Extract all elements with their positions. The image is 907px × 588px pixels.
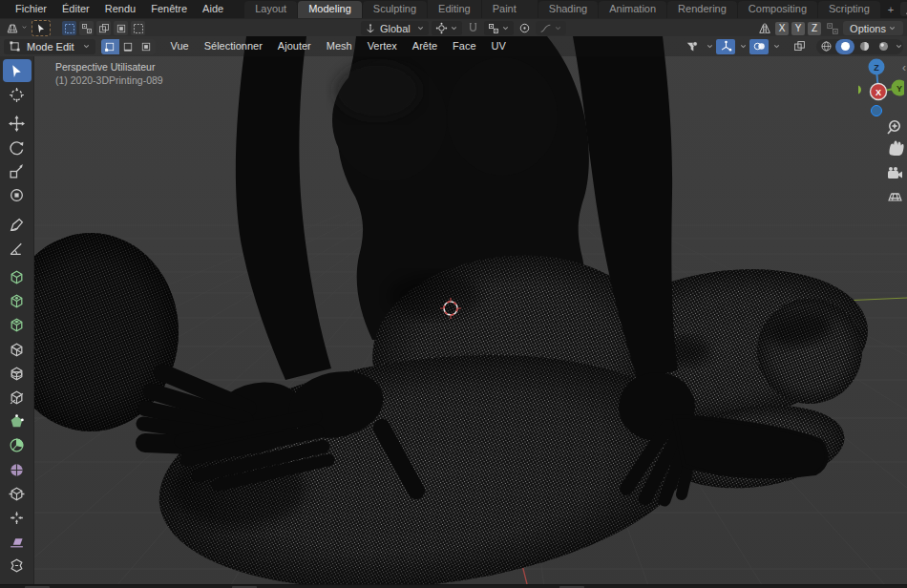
select-extend-icon bbox=[81, 23, 93, 34]
tool-scale-button[interactable] bbox=[3, 160, 32, 183]
menu-aide[interactable]: Aide bbox=[195, 0, 231, 18]
tool-bevel-button[interactable] bbox=[3, 338, 32, 361]
camera-view-button[interactable] bbox=[888, 167, 902, 178]
scene-3d[interactable] bbox=[0, 36, 907, 584]
chevron-down-icon[interactable] bbox=[706, 42, 714, 51]
chevron-down-icon[interactable] bbox=[739, 42, 748, 51]
falloff-curve-icon bbox=[539, 22, 552, 34]
select-mode-intersect-button[interactable] bbox=[131, 21, 145, 35]
svg-text:Y: Y bbox=[896, 84, 902, 94]
edge-select-button[interactable] bbox=[119, 39, 137, 54]
tab-compositing[interactable]: Compositing bbox=[738, 1, 817, 18]
xray-toggle-button[interactable] bbox=[790, 39, 809, 54]
menu-rendu[interactable]: Rendu bbox=[97, 0, 143, 18]
gizmo-neg-z-axis[interactable] bbox=[872, 106, 882, 116]
mirror-z-toggle[interactable]: Z bbox=[808, 22, 821, 35]
select-mode-invert-button[interactable] bbox=[114, 21, 128, 35]
tab-scripting[interactable]: Scripting bbox=[818, 1, 880, 18]
menu-mesh[interactable]: Mesh bbox=[319, 36, 360, 56]
menu-arete[interactable]: Arête bbox=[405, 36, 445, 56]
menu-selectionner[interactable]: Sélectionner bbox=[197, 36, 270, 56]
transform-orientation-dropdown[interactable]: Global bbox=[361, 21, 429, 35]
gizmos-toggle-button[interactable] bbox=[716, 39, 735, 54]
snap-toggle-button[interactable] bbox=[465, 21, 481, 35]
tool-rip-region-button[interactable] bbox=[3, 555, 32, 578]
tool-move-button[interactable] bbox=[3, 112, 32, 135]
select-mode-extend-button[interactable] bbox=[79, 21, 94, 35]
tool-select-box-button[interactable] bbox=[3, 59, 32, 82]
wireframe-shading-button[interactable] bbox=[816, 39, 835, 54]
tool-edge-slide-button[interactable] bbox=[3, 482, 32, 505]
material-preview-icon bbox=[858, 40, 871, 52]
mirror-y-toggle[interactable]: Y bbox=[791, 22, 805, 35]
menu-vue[interactable]: Vue bbox=[163, 36, 197, 56]
tool-transform-button[interactable] bbox=[3, 184, 32, 207]
tool-add-cube-button[interactable] bbox=[3, 266, 32, 289]
tab-sculpting[interactable]: Sculpting bbox=[363, 1, 427, 18]
menu-fenetre[interactable]: Fenêtre bbox=[143, 0, 195, 18]
menu-uv[interactable]: UV bbox=[484, 36, 514, 56]
active-object-label: (1) 2020-3DPrinting-089 bbox=[55, 74, 163, 86]
menu-editer[interactable]: Éditer bbox=[54, 0, 97, 18]
tool-poly-build-button[interactable] bbox=[3, 410, 32, 433]
tool-annotate-button[interactable] bbox=[3, 213, 32, 236]
tool-spin-button[interactable] bbox=[3, 434, 32, 457]
tool-shear-button[interactable] bbox=[3, 531, 32, 554]
face-select-button[interactable] bbox=[137, 39, 156, 54]
3d-viewport[interactable]: Mode Edit Vue Sélectionner Ajouter Mesh … bbox=[0, 36, 907, 584]
visibility-filter-button[interactable] bbox=[683, 39, 702, 54]
tool-rotate-button[interactable] bbox=[3, 136, 32, 159]
status-bar bbox=[0, 584, 907, 588]
menu-ajouter[interactable]: Ajouter bbox=[270, 36, 319, 56]
tool-extrude-region-button[interactable] bbox=[3, 290, 32, 313]
tool-cursor-button[interactable] bbox=[3, 83, 32, 106]
add-workspace-button[interactable]: + bbox=[881, 2, 900, 18]
pan-hand-button[interactable] bbox=[890, 140, 904, 156]
select-mode-new-button[interactable] bbox=[62, 21, 76, 35]
overlays-toggle-button[interactable] bbox=[749, 39, 769, 54]
proportional-falloff-dropdown[interactable] bbox=[536, 21, 566, 35]
material-preview-button[interactable] bbox=[854, 39, 874, 54]
chevron-down-icon[interactable] bbox=[772, 42, 781, 51]
chevron-down-icon[interactable] bbox=[895, 42, 903, 51]
tool-smooth-button[interactable] bbox=[3, 458, 32, 481]
zoom-button[interactable] bbox=[888, 121, 899, 134]
tab-layout[interactable]: Layout bbox=[244, 1, 297, 18]
menu-vertex[interactable]: Vertex bbox=[360, 36, 405, 56]
proportional-editing-button[interactable] bbox=[517, 21, 533, 35]
tool-shrink-fatten-button[interactable] bbox=[3, 506, 32, 529]
tab-texture-paint[interactable]: Texture Paint bbox=[482, 0, 538, 18]
gizmo-neg-y-axis[interactable] bbox=[858, 85, 861, 94]
transform-origins-button[interactable] bbox=[824, 21, 840, 35]
overlays-icon bbox=[753, 40, 766, 52]
tool-inset-faces-button[interactable] bbox=[3, 314, 32, 337]
editor-type-button[interactable] bbox=[4, 21, 29, 35]
magnet-icon bbox=[467, 22, 479, 34]
figure-chest-right bbox=[447, 57, 558, 176]
vertex-select-button[interactable] bbox=[101, 39, 119, 54]
scene-selector-button[interactable] bbox=[900, 2, 907, 16]
solid-shading-button[interactable] bbox=[835, 39, 854, 54]
tool-knife-button[interactable] bbox=[3, 386, 32, 409]
tab-uv-editing[interactable]: UV Editing bbox=[428, 0, 481, 18]
rendered-shading-button[interactable] bbox=[874, 39, 893, 54]
tab-shading[interactable]: Shading bbox=[538, 1, 598, 18]
active-tool-button[interactable] bbox=[32, 20, 51, 36]
pivot-point-dropdown[interactable] bbox=[432, 21, 462, 35]
select-mode-subtract-button[interactable] bbox=[96, 21, 111, 35]
top-menu-bar: Fichier Éditer Rendu Fenêtre Aide Layout… bbox=[0, 0, 907, 18]
tab-animation[interactable]: Animation bbox=[599, 1, 666, 18]
mirror-button[interactable] bbox=[756, 21, 772, 35]
tool-measure-button[interactable] bbox=[3, 237, 32, 260]
snap-target-dropdown[interactable] bbox=[484, 21, 514, 35]
perspective-toggle-button[interactable] bbox=[889, 194, 901, 200]
tab-rendering[interactable]: Rendering bbox=[667, 1, 737, 18]
tool-loop-cut-button[interactable] bbox=[3, 362, 32, 385]
menu-face[interactable]: Face bbox=[445, 36, 483, 56]
navigation-gizmo[interactable]: Z Y X bbox=[858, 57, 904, 237]
mode-select-dropdown[interactable]: Mode Edit bbox=[4, 39, 95, 54]
mirror-x-toggle[interactable]: X bbox=[775, 22, 789, 35]
tab-modeling[interactable]: Modeling bbox=[298, 1, 362, 18]
menu-fichier[interactable]: Fichier bbox=[8, 0, 54, 18]
options-dropdown[interactable]: Options bbox=[843, 21, 903, 35]
